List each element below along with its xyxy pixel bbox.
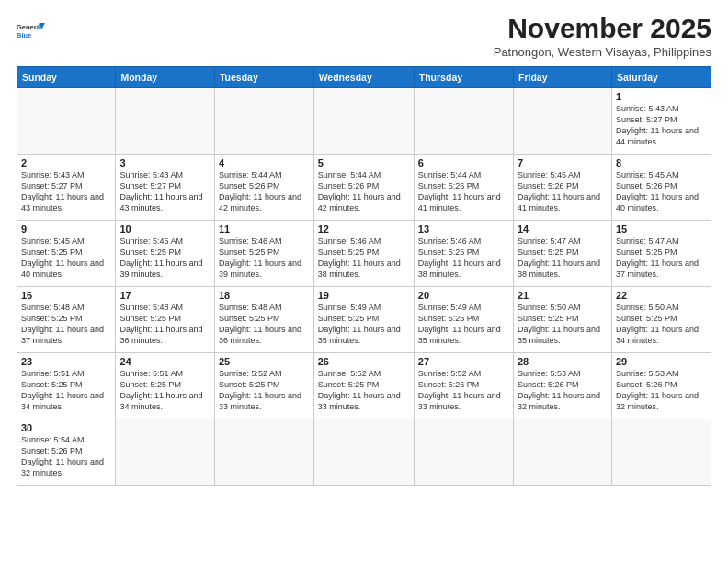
calendar-day: [313, 419, 414, 486]
day-info: Sunrise: 5:51 AM Sunset: 5:25 PM Dayligh…: [119, 368, 210, 413]
calendar-week-2: 2Sunrise: 5:43 AM Sunset: 5:27 PM Daylig…: [17, 155, 711, 221]
col-wednesday: Wednesday: [313, 67, 414, 88]
day-number: 12: [318, 224, 410, 235]
calendar-week-1: 1Sunrise: 5:43 AM Sunset: 5:27 PM Daylig…: [17, 88, 711, 155]
calendar-day: 11Sunrise: 5:46 AM Sunset: 5:25 PM Dayli…: [214, 221, 313, 287]
calendar-header: Sunday Monday Tuesday Wednesday Thursday…: [17, 67, 711, 88]
day-number: 15: [616, 224, 707, 235]
calendar-day: 18Sunrise: 5:48 AM Sunset: 5:25 PM Dayli…: [214, 287, 313, 353]
day-number: 21: [518, 290, 608, 301]
day-number: 6: [418, 157, 509, 168]
calendar-day: [611, 419, 711, 486]
day-info: Sunrise: 5:43 AM Sunset: 5:27 PM Dayligh…: [119, 169, 210, 214]
day-number: 3: [119, 157, 210, 168]
day-info: Sunrise: 5:43 AM Sunset: 5:27 PM Dayligh…: [21, 169, 111, 214]
day-number: 30: [21, 422, 111, 433]
svg-text:Blue: Blue: [17, 31, 31, 40]
calendar-day: [214, 88, 313, 155]
calendar-day: 30Sunrise: 5:54 AM Sunset: 5:26 PM Dayli…: [17, 419, 116, 486]
calendar-day: [116, 88, 215, 155]
day-info: Sunrise: 5:46 AM Sunset: 5:25 PM Dayligh…: [318, 236, 410, 281]
day-info: Sunrise: 5:46 AM Sunset: 5:25 PM Dayligh…: [418, 236, 509, 281]
calendar-day: [214, 419, 313, 486]
calendar: Sunday Monday Tuesday Wednesday Thursday…: [17, 66, 711, 486]
day-number: 23: [21, 356, 111, 367]
calendar-day: [414, 419, 513, 486]
day-info: Sunrise: 5:48 AM Sunset: 5:25 PM Dayligh…: [219, 302, 310, 347]
day-info: Sunrise: 5:45 AM Sunset: 5:26 PM Dayligh…: [518, 169, 608, 214]
calendar-day: 15Sunrise: 5:47 AM Sunset: 5:25 PM Dayli…: [611, 221, 711, 287]
calendar-day: 29Sunrise: 5:53 AM Sunset: 5:26 PM Dayli…: [611, 353, 711, 419]
day-number: 10: [119, 224, 210, 235]
calendar-day: 12Sunrise: 5:46 AM Sunset: 5:25 PM Dayli…: [313, 221, 414, 287]
day-info: Sunrise: 5:45 AM Sunset: 5:25 PM Dayligh…: [119, 236, 210, 281]
title-block: November 2025 Patnongon, Western Visayas…: [494, 13, 711, 59]
subtitle: Patnongon, Western Visayas, Philippines: [494, 45, 711, 59]
calendar-day: 5Sunrise: 5:44 AM Sunset: 5:26 PM Daylig…: [313, 155, 414, 221]
calendar-day: 26Sunrise: 5:52 AM Sunset: 5:25 PM Dayli…: [313, 353, 414, 419]
calendar-day: 14Sunrise: 5:47 AM Sunset: 5:25 PM Dayli…: [514, 221, 612, 287]
day-info: Sunrise: 5:47 AM Sunset: 5:25 PM Dayligh…: [518, 236, 608, 281]
calendar-day: 23Sunrise: 5:51 AM Sunset: 5:25 PM Dayli…: [17, 353, 116, 419]
col-saturday: Saturday: [611, 67, 711, 88]
calendar-day: [17, 88, 116, 155]
day-info: Sunrise: 5:48 AM Sunset: 5:25 PM Dayligh…: [119, 302, 210, 347]
day-info: Sunrise: 5:43 AM Sunset: 5:27 PM Dayligh…: [616, 103, 707, 148]
day-info: Sunrise: 5:50 AM Sunset: 5:25 PM Dayligh…: [616, 302, 707, 347]
calendar-body: 1Sunrise: 5:43 AM Sunset: 5:27 PM Daylig…: [17, 88, 711, 486]
day-number: 26: [318, 356, 410, 367]
calendar-day: [116, 419, 215, 486]
day-number: 19: [318, 290, 410, 301]
day-info: Sunrise: 5:44 AM Sunset: 5:26 PM Dayligh…: [318, 169, 410, 214]
calendar-day: 2Sunrise: 5:43 AM Sunset: 5:27 PM Daylig…: [17, 155, 116, 221]
main-title: November 2025: [494, 13, 711, 43]
calendar-day: 24Sunrise: 5:51 AM Sunset: 5:25 PM Dayli…: [116, 353, 215, 419]
day-info: Sunrise: 5:45 AM Sunset: 5:25 PM Dayligh…: [21, 236, 111, 281]
day-number: 20: [418, 290, 509, 301]
day-number: 24: [119, 356, 210, 367]
calendar-day: 1Sunrise: 5:43 AM Sunset: 5:27 PM Daylig…: [611, 88, 711, 155]
calendar-week-4: 16Sunrise: 5:48 AM Sunset: 5:25 PM Dayli…: [17, 287, 711, 353]
calendar-day: [514, 88, 612, 155]
calendar-day: 22Sunrise: 5:50 AM Sunset: 5:25 PM Dayli…: [611, 287, 711, 353]
day-number: 7: [518, 157, 608, 168]
calendar-day: 3Sunrise: 5:43 AM Sunset: 5:27 PM Daylig…: [116, 155, 215, 221]
day-number: 25: [219, 356, 310, 367]
day-info: Sunrise: 5:53 AM Sunset: 5:26 PM Dayligh…: [518, 368, 608, 413]
day-info: Sunrise: 5:52 AM Sunset: 5:25 PM Dayligh…: [219, 368, 310, 413]
header: GeneralBlue November 2025 Patnongon, Wes…: [17, 13, 711, 59]
calendar-day: 20Sunrise: 5:49 AM Sunset: 5:25 PM Dayli…: [414, 287, 513, 353]
day-number: 13: [418, 224, 509, 235]
day-number: 2: [21, 157, 111, 168]
day-info: Sunrise: 5:52 AM Sunset: 5:26 PM Dayligh…: [418, 368, 509, 413]
calendar-day: 6Sunrise: 5:44 AM Sunset: 5:26 PM Daylig…: [414, 155, 513, 221]
logo-icon: GeneralBlue: [17, 17, 46, 46]
day-number: 28: [518, 356, 608, 367]
day-info: Sunrise: 5:46 AM Sunset: 5:25 PM Dayligh…: [219, 236, 310, 281]
day-info: Sunrise: 5:50 AM Sunset: 5:25 PM Dayligh…: [518, 302, 608, 347]
day-info: Sunrise: 5:52 AM Sunset: 5:25 PM Dayligh…: [318, 368, 410, 413]
day-number: 11: [219, 224, 310, 235]
calendar-week-3: 9Sunrise: 5:45 AM Sunset: 5:25 PM Daylig…: [17, 221, 711, 287]
day-info: Sunrise: 5:51 AM Sunset: 5:25 PM Dayligh…: [21, 368, 111, 413]
page: GeneralBlue November 2025 Patnongon, Wes…: [0, 0, 728, 563]
day-number: 29: [616, 356, 707, 367]
day-info: Sunrise: 5:44 AM Sunset: 5:26 PM Dayligh…: [219, 169, 310, 214]
day-number: 8: [616, 157, 707, 168]
header-row: Sunday Monday Tuesday Wednesday Thursday…: [17, 67, 711, 88]
day-info: Sunrise: 5:54 AM Sunset: 5:26 PM Dayligh…: [21, 434, 111, 479]
day-info: Sunrise: 5:53 AM Sunset: 5:26 PM Dayligh…: [616, 368, 707, 413]
day-info: Sunrise: 5:49 AM Sunset: 5:25 PM Dayligh…: [418, 302, 509, 347]
calendar-day: [414, 88, 513, 155]
calendar-week-6: 30Sunrise: 5:54 AM Sunset: 5:26 PM Dayli…: [17, 419, 711, 486]
calendar-day: [313, 88, 414, 155]
day-number: 18: [219, 290, 310, 301]
calendar-day: 13Sunrise: 5:46 AM Sunset: 5:25 PM Dayli…: [414, 221, 513, 287]
day-info: Sunrise: 5:45 AM Sunset: 5:26 PM Dayligh…: [616, 169, 707, 214]
day-info: Sunrise: 5:47 AM Sunset: 5:25 PM Dayligh…: [616, 236, 707, 281]
day-number: 14: [518, 224, 608, 235]
calendar-day: 27Sunrise: 5:52 AM Sunset: 5:26 PM Dayli…: [414, 353, 513, 419]
day-number: 1: [616, 91, 707, 102]
col-sunday: Sunday: [17, 67, 116, 88]
calendar-day: 8Sunrise: 5:45 AM Sunset: 5:26 PM Daylig…: [611, 155, 711, 221]
